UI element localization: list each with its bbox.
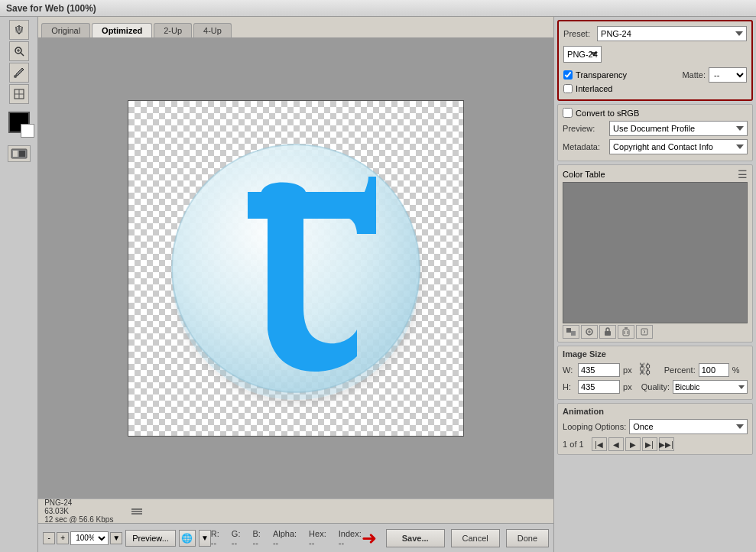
tab-4up[interactable]: 4-Up [193,23,232,37]
done-button[interactable]: Done [506,529,549,547]
preset-row: Preset: PNG-24 [563,26,747,41]
format-dropdown[interactable]: PNG-24 [563,46,602,63]
cancel-button[interactable]: Cancel [451,529,500,547]
percent-input[interactable] [699,363,729,377]
preview-dropdown[interactable]: Use Document Profile [609,121,748,136]
height-unit: px [623,382,632,391]
color-add-from-image-btn[interactable] [563,325,579,339]
zoom-select[interactable]: 100% [70,531,109,545]
tab-2up[interactable]: 2-Up [154,23,192,37]
status-menu-icon[interactable] [131,508,142,515]
hex-value: Hex: -- [309,529,326,547]
convert-srgb-checkbox[interactable] [563,108,573,118]
svg-rect-10 [13,151,18,157]
color-lock-btn[interactable] [599,325,616,339]
pixel-info-bar: R: -- G: -- B: -- Alpha: -- Hex: -- Inde… [211,529,362,547]
frame-prev-btn[interactable]: ◀ [608,437,624,451]
image-size-section: Image Size W: px ⛓ Percent: % H: px Qual… [557,346,753,400]
svg-point-5 [14,75,17,78]
svg-rect-22 [623,330,629,336]
quality-label: Quality: [641,382,670,391]
canvas-container [38,38,553,498]
quality-dropdown[interactable]: Bicubic [673,380,748,394]
preset-label: Preset: [563,29,594,38]
color-table-section: Color Table ☰ [557,164,753,343]
preview-display-btn[interactable] [8,145,31,162]
metadata-label: Metadata: [563,142,605,151]
looping-label: Looping Options: [563,422,626,431]
r-value: R: -- [211,529,219,547]
preset-section: Preset: PNG-24 PNG-24 Transparency Matte… [557,20,753,101]
toggle-slices-tool[interactable] [9,84,29,104]
color-table-label: Color Table [563,170,605,179]
percent-label: Percent: [664,365,696,375]
tab-bar: Original Optimized 2-Up 4-Up [38,17,553,38]
preview-row: Preview: Use Document Profile [563,121,748,136]
alpha-value: Alpha: -- [273,529,297,547]
interlaced-checkbox[interactable] [563,84,573,93]
status-bar: PNG-24 63.03K 12 sec @ 56.6 Kbps [38,498,553,523]
frame-last-btn[interactable]: ▶▶| [659,437,674,451]
transparency-label: Transparency [576,70,627,80]
matte-label: Matte: [682,70,706,80]
twitter-icon-container [151,123,441,414]
browser-button[interactable]: 🌐 [179,530,196,547]
metadata-dropdown[interactable]: Copyright and Contact Info [609,139,748,154]
color-picker-area[interactable] [8,112,30,133]
index-value: Index: -- [339,529,362,547]
svg-rect-26 [641,329,647,335]
animation-section: Animation Looping Options: Once Forever … [557,403,753,455]
color-table-toolbar [563,325,748,339]
percent-unit: % [732,365,740,375]
svg-rect-21 [605,331,611,336]
srgb-section: Convert to sRGB Preview: Use Document Pr… [557,104,753,161]
tab-optimized[interactable]: Optimized [92,23,152,37]
matte-dropdown[interactable]: -- [709,67,747,83]
window-title: Save for Web (100%) [6,3,96,14]
color-table-display [563,182,748,323]
format-row: PNG-24 [563,46,747,63]
zoom-dropdown-btn[interactable]: ▼ [110,532,122,544]
color-move-btn[interactable] [636,325,653,339]
svg-rect-11 [19,151,25,157]
height-input[interactable] [578,380,620,394]
frame-controls: 1 of 1 |◀ ◀ ▶ ▶| ▶▶| [563,437,748,451]
action-bar-right: ➜ Save... Cancel Done [362,528,549,549]
canvas-image [128,100,464,437]
left-toolbar [0,17,38,552]
metadata-row: Metadata: Copyright and Contact Info [563,139,748,154]
interlaced-row: Interlaced [563,84,747,93]
width-input[interactable] [578,363,620,377]
width-label: W: [563,365,575,375]
color-table-header: Color Table ☰ [563,168,748,180]
color-delete-btn[interactable] [618,325,634,339]
hand-tool[interactable] [9,20,29,40]
animation-title: Animation [563,407,748,416]
color-table-menu-icon[interactable]: ☰ [738,168,748,180]
title-bar: Save for Web (100%) [0,0,756,17]
preview-button[interactable]: Preview... [125,530,176,547]
save-button[interactable]: Save... [386,529,445,547]
zoom-control: - + 100% ▼ [43,531,122,545]
eyedropper-tool[interactable] [9,63,29,83]
zoom-tool[interactable] [9,41,29,61]
browser-dropdown[interactable]: ▼ [199,530,211,547]
looping-dropdown[interactable]: Once Forever Other [629,419,748,434]
frame-first-btn[interactable]: |◀ [592,437,607,451]
height-label: H: [563,382,575,391]
width-unit: px [623,365,632,375]
frame-play-btn[interactable]: ▶ [625,437,641,451]
tab-original[interactable]: Original [41,23,90,37]
transparency-checkbox[interactable] [563,70,573,80]
save-arrow: ➜ [362,528,377,549]
height-row: H: px Quality: Bicubic [563,380,748,394]
zoom-in-btn[interactable]: + [57,532,69,544]
svg-rect-0 [15,28,23,33]
file-info: PNG-24 63.03K 12 sec @ 56.6 Kbps [44,498,113,524]
convert-row: Convert to sRGB [563,108,748,118]
frame-next-btn[interactable]: ▶| [642,437,657,451]
action-bar-left: - + 100% ▼ Preview... 🌐 ▼ [43,530,211,547]
preset-dropdown[interactable]: PNG-24 [597,26,747,41]
color-shift-btn[interactable] [581,325,598,339]
zoom-out-btn[interactable]: - [43,532,55,544]
